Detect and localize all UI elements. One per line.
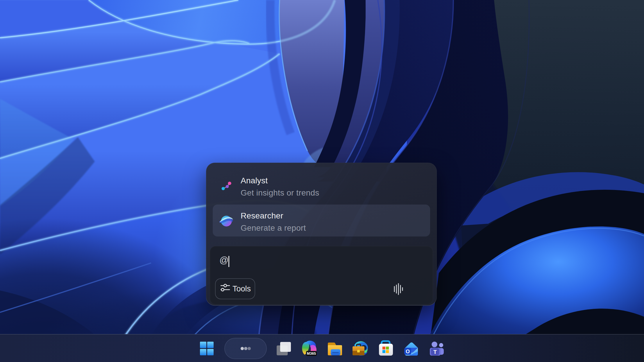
svg-text:M365: M365 bbox=[307, 352, 316, 356]
svg-text:T: T bbox=[433, 349, 437, 355]
svg-text:O: O bbox=[406, 349, 410, 354]
